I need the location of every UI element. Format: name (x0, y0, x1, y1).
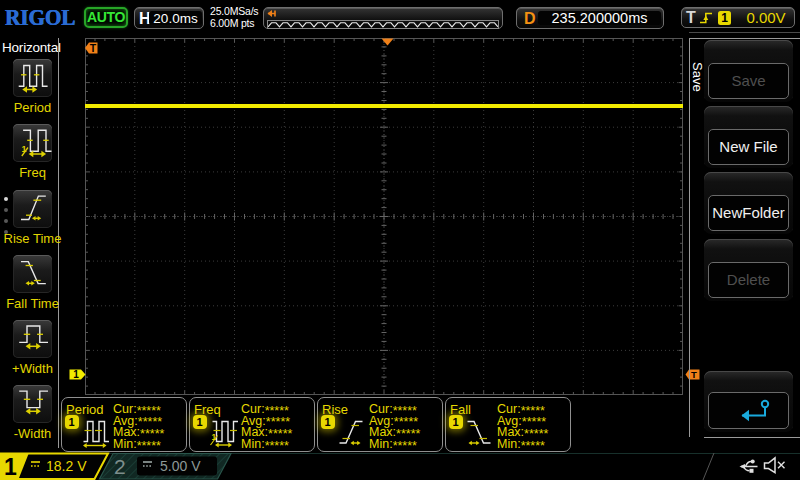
svg-text:1: 1 (4, 454, 17, 480)
svg-text:T: T (691, 369, 697, 380)
svg-text:18.2 V: 18.2 V (46, 458, 87, 474)
svg-text:5.00 V: 5.00 V (160, 458, 201, 474)
svg-text:T: T (90, 42, 97, 54)
svg-text:2: 2 (114, 455, 126, 478)
svg-text:1: 1 (73, 369, 79, 380)
